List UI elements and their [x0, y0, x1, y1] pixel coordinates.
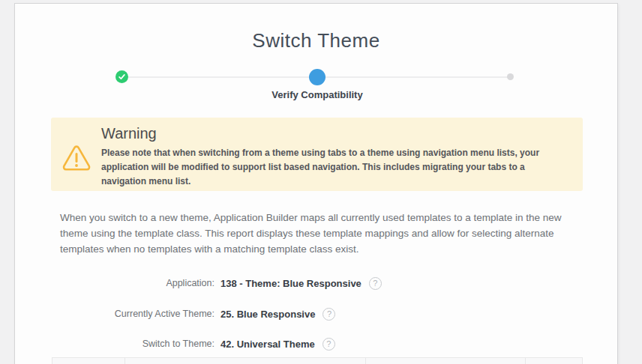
switch-theme-value: 42. Universal Theme [220, 339, 315, 350]
table-header-cell [366, 358, 526, 364]
current-step-label: Verify Compatibility [205, 89, 430, 100]
wizard-card: Switch Theme Verify Compatibility Warnin… [14, 3, 618, 364]
step-current-marker [309, 69, 326, 85]
page-title: Switch Theme [15, 29, 617, 52]
warning-banner: Warning Please note that when switching … [51, 118, 583, 191]
table-header-cell [52, 358, 125, 364]
check-icon [118, 73, 125, 80]
current-theme-value: 25. Blue Responsive [220, 309, 315, 320]
switch-theme-help-icon[interactable]: ? [322, 338, 335, 351]
detail-row-switch-theme: Switch to Theme: 42. Universal Theme ? [15, 337, 617, 351]
detail-row-application: Application: 138 - Theme: Blue Responsiv… [15, 276, 617, 290]
current-theme-help-icon[interactable]: ? [322, 308, 335, 321]
step-complete-marker [116, 70, 128, 83]
detail-row-current-theme: Currently Active Theme: 25. Blue Respons… [15, 307, 617, 321]
table-header-cell [125, 358, 366, 364]
intro-text: When you switch to a new theme, Applicat… [60, 210, 580, 257]
current-theme-label: Currently Active Theme: [15, 309, 214, 319]
table-header-cell [526, 358, 582, 364]
template-mapping-table-header [52, 357, 583, 364]
step-upcoming-marker [507, 73, 514, 80]
application-label: Application: [15, 278, 214, 288]
switch-theme-label: Switch to Theme: [15, 339, 214, 349]
application-value: 138 - Theme: Blue Responsive [220, 278, 362, 289]
warning-triangle-icon [62, 145, 92, 172]
warning-title: Warning [101, 125, 572, 142]
warning-message: Please note that when switching from a t… [101, 146, 572, 189]
warning-content: Warning Please note that when switching … [101, 125, 572, 189]
application-help-icon[interactable]: ? [369, 277, 382, 290]
